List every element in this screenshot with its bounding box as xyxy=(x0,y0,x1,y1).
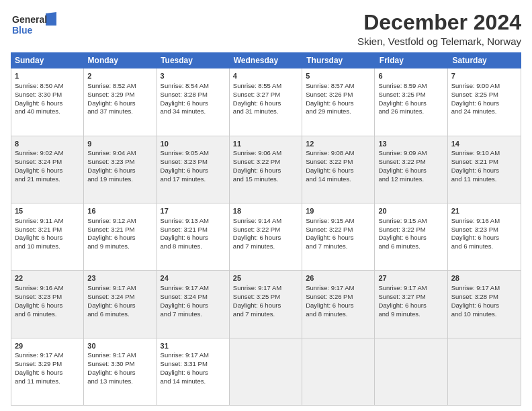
day-info-line: Daylight: 6 hours xyxy=(87,302,152,310)
day-info-line: Sunrise: 9:17 AM xyxy=(378,284,443,293)
day-info-line: Sunrise: 8:52 AM xyxy=(87,82,152,91)
day-info-line: Sunrise: 9:10 AM xyxy=(451,149,517,158)
header: GeneralBlue December 2024 Skien, Vestfol… xyxy=(11,11,521,47)
day-info-line: Daylight: 6 hours xyxy=(87,369,152,377)
day-number: 9 xyxy=(87,139,152,149)
day-info-line: and 14 minutes. xyxy=(306,175,371,184)
day-cell-28: 28Sunrise: 9:17 AMSunset: 3:28 PMDayligh… xyxy=(448,271,521,337)
weekday-header-thursday: Thursday xyxy=(302,52,375,68)
day-cell-25: 25Sunrise: 9:17 AMSunset: 3:25 PMDayligh… xyxy=(230,271,302,337)
day-info-line: Sunset: 3:24 PM xyxy=(161,293,226,302)
logo: GeneralBlue xyxy=(11,11,58,38)
day-number: 29 xyxy=(15,341,80,351)
day-info-line: Sunset: 3:22 PM xyxy=(378,226,443,234)
day-number: 8 xyxy=(15,139,80,149)
day-number: 11 xyxy=(233,139,298,149)
calendar-grid: 1Sunrise: 8:50 AMSunset: 3:30 PMDaylight… xyxy=(11,68,521,406)
day-cell-19: 19Sunrise: 9:15 AMSunset: 3:22 PMDayligh… xyxy=(302,203,375,270)
day-info-line: Sunset: 3:28 PM xyxy=(451,293,517,302)
day-info-line: and 14 minutes. xyxy=(161,377,226,386)
day-number: 1 xyxy=(15,71,80,81)
day-number: 20 xyxy=(378,206,443,216)
day-info-line: Daylight: 6 hours xyxy=(87,167,152,175)
day-info-line: and 24 minutes. xyxy=(451,107,517,116)
logo-svg: GeneralBlue xyxy=(11,11,58,38)
day-info-line: and 10 minutes. xyxy=(15,242,80,251)
day-info-line: and 19 minutes. xyxy=(87,175,152,184)
day-info-line: and 11 minutes. xyxy=(451,175,517,184)
day-cell-10: 10Sunrise: 9:05 AMSunset: 3:23 PMDayligh… xyxy=(157,136,230,203)
weekday-header-wednesday: Wednesday xyxy=(230,52,303,68)
weekday-header-saturday: Saturday xyxy=(448,52,521,68)
day-info-line: Sunset: 3:28 PM xyxy=(161,91,226,99)
day-info-line: Sunrise: 9:16 AM xyxy=(451,217,517,226)
day-cell-13: 13Sunrise: 9:09 AMSunset: 3:22 PMDayligh… xyxy=(375,136,447,203)
day-info-line: and 17 minutes. xyxy=(161,175,226,184)
empty-cell xyxy=(448,338,521,405)
day-info-line: Daylight: 6 hours xyxy=(15,302,80,310)
day-number: 26 xyxy=(306,273,371,283)
day-info-line: Sunrise: 8:55 AM xyxy=(233,82,298,91)
day-number: 13 xyxy=(378,139,443,149)
day-info-line: and 26 minutes. xyxy=(378,107,443,116)
day-info-line: and 21 minutes. xyxy=(15,175,80,184)
weekday-header-monday: Monday xyxy=(84,52,157,68)
day-cell-6: 6Sunrise: 8:59 AMSunset: 3:25 PMDaylight… xyxy=(375,68,447,135)
subtitle: Skien, Vestfold og Telemark, Norway xyxy=(357,36,521,47)
day-info-line: and 15 minutes. xyxy=(233,175,298,184)
day-info-line: and 6 minutes. xyxy=(451,242,517,251)
day-info-line: Sunset: 3:29 PM xyxy=(87,91,152,99)
day-info-line: Sunset: 3:22 PM xyxy=(306,158,371,167)
title-block: December 2024 Skien, Vestfold og Telemar… xyxy=(357,11,521,47)
day-number: 15 xyxy=(15,206,80,216)
day-info-line: Sunset: 3:23 PM xyxy=(15,293,80,302)
day-cell-18: 18Sunrise: 9:14 AMSunset: 3:22 PMDayligh… xyxy=(230,203,302,270)
day-cell-16: 16Sunrise: 9:12 AMSunset: 3:21 PMDayligh… xyxy=(84,203,157,270)
day-cell-8: 8Sunrise: 9:02 AMSunset: 3:24 PMDaylight… xyxy=(11,136,84,203)
day-cell-5: 5Sunrise: 8:57 AMSunset: 3:26 PMDaylight… xyxy=(302,68,375,135)
day-info-line: Daylight: 6 hours xyxy=(233,302,298,310)
day-number: 24 xyxy=(161,273,226,283)
day-info-line: Daylight: 6 hours xyxy=(451,302,517,310)
day-info-line: Sunset: 3:21 PM xyxy=(161,226,226,234)
day-info-line: and 34 minutes. xyxy=(161,107,226,116)
day-info-line: Sunrise: 8:57 AM xyxy=(306,82,371,91)
day-info-line: Sunrise: 9:09 AM xyxy=(378,149,443,158)
day-info-line: Sunset: 3:23 PM xyxy=(161,158,226,167)
day-info-line: Sunrise: 9:16 AM xyxy=(15,284,80,293)
day-info-line: Sunrise: 9:02 AM xyxy=(15,149,80,158)
empty-cell xyxy=(375,338,447,405)
day-info-line: Sunrise: 9:17 AM xyxy=(306,284,371,293)
day-info-line: Daylight: 6 hours xyxy=(233,99,298,108)
day-info-line: Sunrise: 9:13 AM xyxy=(161,217,226,226)
day-info-line: Daylight: 6 hours xyxy=(306,99,371,108)
day-info-line: Sunset: 3:25 PM xyxy=(378,91,443,99)
day-number: 31 xyxy=(161,341,226,351)
day-info-line: Sunset: 3:24 PM xyxy=(15,158,80,167)
calendar-week-2: 8Sunrise: 9:02 AMSunset: 3:24 PMDaylight… xyxy=(11,136,521,203)
weekday-header-friday: Friday xyxy=(375,52,449,68)
day-info-line: and 37 minutes. xyxy=(87,107,152,116)
day-info-line: Sunrise: 8:59 AM xyxy=(378,82,443,91)
day-info-line: Sunset: 3:30 PM xyxy=(87,360,152,369)
day-cell-20: 20Sunrise: 9:15 AMSunset: 3:22 PMDayligh… xyxy=(375,203,447,270)
day-number: 25 xyxy=(233,273,298,283)
day-number: 12 xyxy=(306,139,371,149)
day-info-line: Daylight: 6 hours xyxy=(378,167,443,175)
calendar-week-3: 15Sunrise: 9:11 AMSunset: 3:21 PMDayligh… xyxy=(11,203,521,271)
day-info-line: and 8 minutes. xyxy=(306,310,371,319)
day-info-line: Sunset: 3:22 PM xyxy=(306,226,371,234)
day-info-line: Sunrise: 9:17 AM xyxy=(161,351,226,360)
main-title: December 2024 xyxy=(357,11,521,34)
day-number: 21 xyxy=(451,206,517,216)
weekday-header-sunday: Sunday xyxy=(11,52,84,68)
day-cell-7: 7Sunrise: 9:00 AMSunset: 3:25 PMDaylight… xyxy=(448,68,521,135)
day-number: 14 xyxy=(451,139,517,149)
day-info-line: Sunrise: 9:12 AM xyxy=(87,217,152,226)
day-info-line: Daylight: 6 hours xyxy=(378,234,443,242)
day-info-line: Daylight: 6 hours xyxy=(233,167,298,175)
day-info-line: Daylight: 6 hours xyxy=(161,167,226,175)
day-cell-14: 14Sunrise: 9:10 AMSunset: 3:21 PMDayligh… xyxy=(448,136,521,203)
day-info-line: Daylight: 6 hours xyxy=(87,99,152,108)
day-number: 30 xyxy=(87,341,152,351)
